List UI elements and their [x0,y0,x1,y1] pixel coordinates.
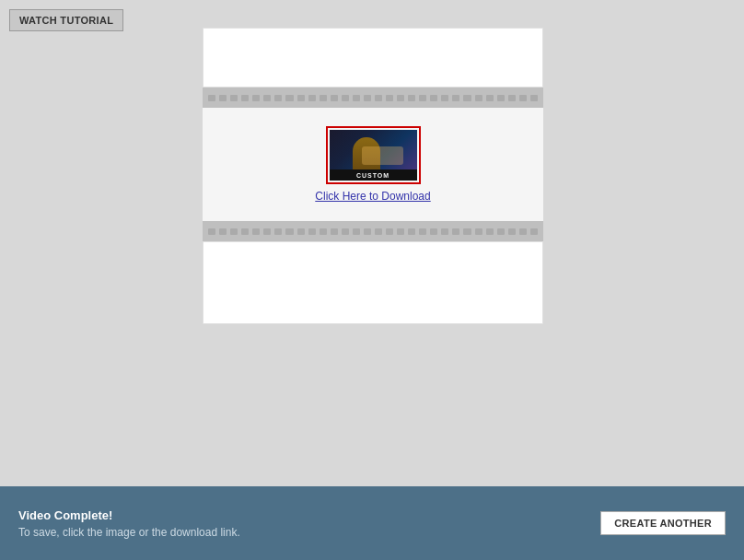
thumbnail-scene [339,134,408,169]
film-hole [274,95,282,101]
film-hole [241,95,249,101]
film-hole [441,95,448,101]
film-strip-label: CUSTOM [356,172,389,179]
create-another-button[interactable]: CREATE ANOTHER [600,511,726,535]
film-hole [274,228,282,235]
watch-tutorial-button[interactable]: WATCH TUTORIAL [9,9,123,31]
film-hole [452,95,459,101]
film-hole [285,95,293,101]
film-hole [463,95,471,101]
film-hole [252,95,260,101]
film-hole [475,228,482,235]
film-strip-top [203,88,543,108]
film-hole [519,95,527,101]
film-hole [263,228,271,235]
inner-video-area: CUSTOM Click Here to Download [203,108,543,221]
film-hole [397,228,404,235]
main-content-area: CUSTOM Click Here to Download [203,28,543,414]
film-hole [285,228,293,235]
film-hole [375,95,382,101]
film-hole [419,95,426,101]
film-hole [263,95,271,101]
film-hole [386,95,393,101]
film-hole [364,95,371,101]
film-hole [497,228,505,235]
film-hole [497,95,505,101]
status-subtitle: To save, click the image or the download… [18,526,600,539]
film-hole [530,228,538,235]
film-hole [208,228,215,235]
film-hole [519,228,527,235]
film-hole [508,95,516,101]
film-hole [375,228,382,235]
film-hole [241,228,249,235]
film-hole [342,95,349,101]
status-bar: Video Complete! To save, click the image… [0,486,744,560]
video-thumbnail: CUSTOM [330,130,417,181]
film-hole [297,95,305,101]
film-hole [475,95,482,101]
film-hole [452,228,459,235]
film-hole [219,95,227,101]
top-white-panel [203,28,543,88]
film-strip-bottom [203,221,543,241]
film-hole [486,228,494,235]
film-hole [530,95,538,101]
film-hole [308,95,316,101]
thumbnail-background-element [362,146,403,165]
film-hole [508,228,516,235]
film-hole [397,95,404,101]
bottom-white-panel [203,241,543,324]
status-text-area: Video Complete! To save, click the image… [18,508,600,539]
film-hole [419,228,426,235]
film-hole [297,228,305,235]
film-hole [408,228,415,235]
film-hole [353,95,360,101]
film-hole [308,228,316,235]
film-hole [230,228,238,235]
video-thumbnail-container[interactable]: CUSTOM [326,126,421,184]
film-hole [430,95,437,101]
film-hole [486,95,494,101]
film-hole [331,228,338,235]
film-hole [441,228,448,235]
film-hole [463,228,471,235]
film-hole [219,228,227,235]
thumbnail-film-strip: CUSTOM [330,169,417,181]
film-hole [386,228,393,235]
film-hole [252,228,260,235]
film-hole [353,228,360,235]
film-hole [408,95,415,101]
film-hole [364,228,371,235]
film-hole [430,228,437,235]
film-hole [320,228,327,235]
film-hole [342,228,349,235]
film-hole [208,95,215,101]
film-hole [230,95,238,101]
film-hole [331,95,338,101]
film-hole [320,95,327,101]
download-link[interactable]: Click Here to Download [315,190,430,203]
status-title: Video Complete! [18,508,600,522]
